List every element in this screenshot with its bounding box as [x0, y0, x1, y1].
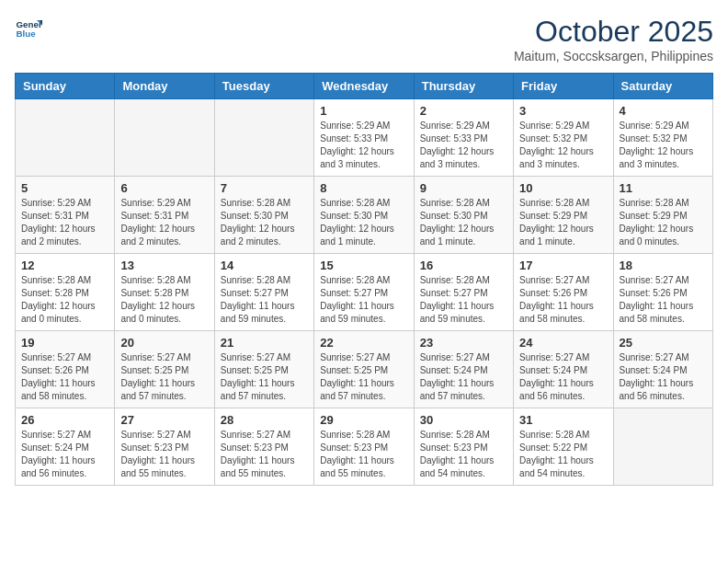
calendar-table: Sunday Monday Tuesday Wednesday Thursday…: [15, 73, 713, 486]
calendar-cell: 25Sunrise: 5:27 AM Sunset: 5:24 PM Dayli…: [613, 331, 712, 408]
header-wednesday: Wednesday: [314, 74, 414, 99]
day-info: Sunrise: 5:28 AM Sunset: 5:23 PM Dayligh…: [320, 429, 407, 480]
calendar-cell: 15Sunrise: 5:28 AM Sunset: 5:27 PM Dayli…: [314, 254, 414, 331]
calendar-week-4: 19Sunrise: 5:27 AM Sunset: 5:26 PM Dayli…: [16, 331, 713, 408]
day-info: Sunrise: 5:29 AM Sunset: 5:31 PM Dayligh…: [21, 197, 108, 248]
day-number: 13: [120, 259, 208, 272]
day-info: Sunrise: 5:28 AM Sunset: 5:30 PM Dayligh…: [420, 197, 507, 248]
day-info: Sunrise: 5:27 AM Sunset: 5:25 PM Dayligh…: [320, 351, 407, 403]
day-info: Sunrise: 5:27 AM Sunset: 5:23 PM Dayligh…: [120, 429, 208, 480]
calendar-cell: 26Sunrise: 5:27 AM Sunset: 5:24 PM Dayli…: [16, 408, 115, 486]
calendar-cell: [613, 408, 712, 486]
calendar-cell: 4Sunrise: 5:29 AM Sunset: 5:32 PM Daylig…: [613, 99, 712, 177]
calendar-cell: 24Sunrise: 5:27 AM Sunset: 5:24 PM Dayli…: [514, 331, 613, 408]
title-section: October 2025 Maitum, Soccsksargen, Phili…: [514, 15, 713, 63]
calendar-cell: 22Sunrise: 5:27 AM Sunset: 5:25 PM Dayli…: [314, 331, 414, 408]
day-number: 16: [420, 259, 507, 272]
day-number: 11: [620, 181, 707, 195]
day-number: 9: [420, 181, 507, 195]
header-row: Sunday Monday Tuesday Wednesday Thursday…: [16, 74, 713, 99]
day-info: Sunrise: 5:27 AM Sunset: 5:24 PM Dayligh…: [519, 351, 607, 403]
page-header: General Blue October 2025 Maitum, Soccsk…: [15, 15, 713, 63]
day-number: 12: [21, 259, 108, 272]
calendar-cell: 29Sunrise: 5:28 AM Sunset: 5:23 PM Dayli…: [314, 408, 414, 486]
day-info: Sunrise: 5:29 AM Sunset: 5:33 PM Dayligh…: [420, 120, 507, 171]
header-tuesday: Tuesday: [214, 74, 313, 99]
day-number: 8: [320, 181, 407, 195]
day-info: Sunrise: 5:27 AM Sunset: 5:24 PM Dayligh…: [420, 351, 507, 403]
day-number: 14: [221, 259, 308, 272]
day-info: Sunrise: 5:28 AM Sunset: 5:23 PM Dayligh…: [420, 429, 507, 480]
day-number: 7: [221, 181, 308, 195]
calendar-cell: 18Sunrise: 5:27 AM Sunset: 5:26 PM Dayli…: [613, 254, 712, 331]
calendar-week-1: 1Sunrise: 5:29 AM Sunset: 5:33 PM Daylig…: [16, 99, 713, 177]
calendar-cell: 5Sunrise: 5:29 AM Sunset: 5:31 PM Daylig…: [16, 177, 115, 254]
day-number: 4: [620, 104, 707, 118]
calendar-cell: 19Sunrise: 5:27 AM Sunset: 5:26 PM Dayli…: [16, 331, 115, 408]
day-info: Sunrise: 5:27 AM Sunset: 5:23 PM Dayligh…: [221, 429, 308, 480]
day-info: Sunrise: 5:27 AM Sunset: 5:24 PM Dayligh…: [21, 429, 108, 480]
day-info: Sunrise: 5:29 AM Sunset: 5:33 PM Dayligh…: [320, 120, 407, 171]
calendar-cell: 28Sunrise: 5:27 AM Sunset: 5:23 PM Dayli…: [214, 408, 313, 486]
day-number: 27: [120, 413, 208, 427]
day-info: Sunrise: 5:28 AM Sunset: 5:22 PM Dayligh…: [519, 429, 607, 480]
header-thursday: Thursday: [414, 74, 513, 99]
day-number: 22: [320, 336, 407, 350]
day-info: Sunrise: 5:29 AM Sunset: 5:31 PM Dayligh…: [120, 197, 208, 248]
day-info: Sunrise: 5:28 AM Sunset: 5:28 PM Dayligh…: [21, 274, 108, 326]
day-number: 21: [221, 336, 308, 350]
calendar-week-5: 26Sunrise: 5:27 AM Sunset: 5:24 PM Dayli…: [16, 408, 713, 486]
svg-text:Blue: Blue: [17, 29, 37, 39]
calendar-cell: 14Sunrise: 5:28 AM Sunset: 5:27 PM Dayli…: [214, 254, 313, 331]
header-sunday: Sunday: [16, 74, 115, 99]
calendar-title: October 2025: [514, 15, 713, 49]
day-number: 17: [519, 259, 607, 272]
calendar-week-2: 5Sunrise: 5:29 AM Sunset: 5:31 PM Daylig…: [16, 177, 713, 254]
calendar-cell: 3Sunrise: 5:29 AM Sunset: 5:32 PM Daylig…: [514, 99, 613, 177]
calendar-cell: 23Sunrise: 5:27 AM Sunset: 5:24 PM Dayli…: [414, 331, 513, 408]
day-info: Sunrise: 5:27 AM Sunset: 5:26 PM Dayligh…: [21, 351, 108, 403]
calendar-cell: 27Sunrise: 5:27 AM Sunset: 5:23 PM Dayli…: [115, 408, 214, 486]
logo: General Blue: [15, 15, 42, 42]
day-number: 3: [519, 104, 607, 118]
calendar-cell: [16, 99, 115, 177]
day-info: Sunrise: 5:27 AM Sunset: 5:26 PM Dayligh…: [620, 274, 707, 326]
day-info: Sunrise: 5:27 AM Sunset: 5:24 PM Dayligh…: [620, 351, 707, 403]
day-number: 15: [320, 259, 407, 272]
calendar-cell: 13Sunrise: 5:28 AM Sunset: 5:28 PM Dayli…: [115, 254, 214, 331]
header-monday: Monday: [115, 74, 214, 99]
day-info: Sunrise: 5:29 AM Sunset: 5:32 PM Dayligh…: [620, 120, 707, 171]
calendar-cell: 12Sunrise: 5:28 AM Sunset: 5:28 PM Dayli…: [16, 254, 115, 331]
header-saturday: Saturday: [613, 74, 712, 99]
header-friday: Friday: [514, 74, 613, 99]
day-number: 30: [420, 413, 507, 427]
calendar-subtitle: Maitum, Soccsksargen, Philippines: [514, 49, 713, 63]
day-info: Sunrise: 5:28 AM Sunset: 5:30 PM Dayligh…: [221, 197, 308, 248]
day-number: 1: [320, 104, 407, 118]
day-number: 31: [519, 413, 607, 427]
day-info: Sunrise: 5:28 AM Sunset: 5:30 PM Dayligh…: [320, 197, 407, 248]
calendar-week-3: 12Sunrise: 5:28 AM Sunset: 5:28 PM Dayli…: [16, 254, 713, 331]
calendar-cell: 7Sunrise: 5:28 AM Sunset: 5:30 PM Daylig…: [214, 177, 313, 254]
day-number: 10: [519, 181, 607, 195]
day-number: 28: [221, 413, 308, 427]
day-number: 18: [620, 259, 707, 272]
day-info: Sunrise: 5:29 AM Sunset: 5:32 PM Dayligh…: [519, 120, 607, 171]
day-number: 24: [519, 336, 607, 350]
day-info: Sunrise: 5:28 AM Sunset: 5:28 PM Dayligh…: [120, 274, 208, 326]
day-info: Sunrise: 5:27 AM Sunset: 5:26 PM Dayligh…: [519, 274, 607, 326]
day-info: Sunrise: 5:28 AM Sunset: 5:29 PM Dayligh…: [519, 197, 607, 248]
calendar-cell: 10Sunrise: 5:28 AM Sunset: 5:29 PM Dayli…: [514, 177, 613, 254]
day-number: 19: [21, 336, 108, 350]
day-number: 2: [420, 104, 507, 118]
calendar-cell: 1Sunrise: 5:29 AM Sunset: 5:33 PM Daylig…: [314, 99, 414, 177]
day-number: 20: [120, 336, 208, 350]
calendar-cell: [214, 99, 313, 177]
day-info: Sunrise: 5:27 AM Sunset: 5:25 PM Dayligh…: [120, 351, 208, 403]
day-info: Sunrise: 5:28 AM Sunset: 5:29 PM Dayligh…: [620, 197, 707, 248]
calendar-cell: 8Sunrise: 5:28 AM Sunset: 5:30 PM Daylig…: [314, 177, 414, 254]
calendar-cell: 9Sunrise: 5:28 AM Sunset: 5:30 PM Daylig…: [414, 177, 513, 254]
calendar-cell: 31Sunrise: 5:28 AM Sunset: 5:22 PM Dayli…: [514, 408, 613, 486]
calendar-cell: [115, 99, 214, 177]
calendar-cell: 16Sunrise: 5:28 AM Sunset: 5:27 PM Dayli…: [414, 254, 513, 331]
